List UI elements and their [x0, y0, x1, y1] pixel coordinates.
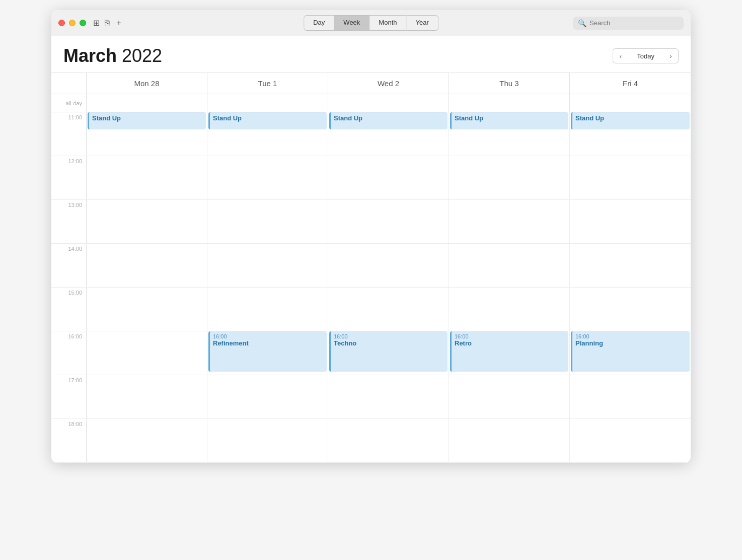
calendar-grid: Mon 28 Tue 1 Wed 2 Thu 3 Fri 4 all-day 1… — [51, 73, 691, 463]
time-cell-tue-15[interactable] — [207, 288, 328, 331]
view-week-button[interactable]: Week — [334, 15, 369, 30]
time-cell-mon-12[interactable] — [87, 156, 207, 199]
time-label-14: 14:00 — [51, 244, 87, 287]
allday-cell-wed[interactable] — [328, 94, 449, 112]
traffic-lights — [58, 20, 86, 26]
day-header-thu: Thu 3 — [449, 73, 570, 94]
day-header-wed: Wed 2 — [328, 73, 449, 94]
event-refinement-title: Refinement — [213, 339, 324, 347]
event-standup-mon[interactable]: Stand Up — [88, 112, 206, 129]
time-cell-thu-17[interactable] — [449, 375, 570, 418]
time-cell-fri-18[interactable] — [570, 419, 691, 462]
time-cell-tue-12[interactable] — [207, 156, 328, 199]
event-refinement-time: 16:00 — [213, 333, 324, 339]
time-cell-wed-12[interactable] — [328, 156, 449, 199]
time-cell-fri-17[interactable] — [570, 375, 691, 418]
time-cell-mon-11[interactable]: Stand Up — [87, 112, 207, 156]
time-cell-wed-15[interactable] — [328, 288, 449, 331]
allday-cell-tue[interactable] — [207, 94, 328, 112]
time-cell-tue-13[interactable] — [207, 200, 328, 243]
view-month-button[interactable]: Month — [369, 15, 406, 30]
event-planning[interactable]: 16:00 Planning — [571, 331, 690, 372]
event-standup-fri[interactable]: Stand Up — [571, 112, 690, 129]
time-cell-thu-11[interactable]: Stand Up — [449, 112, 570, 156]
event-retro[interactable]: 16:00 Retro — [450, 331, 568, 372]
time-row-12: 12:00 — [51, 156, 691, 200]
time-cell-wed-11[interactable]: Stand Up — [328, 112, 449, 156]
time-cell-mon-14[interactable] — [87, 244, 207, 287]
time-cell-thu-18[interactable] — [449, 419, 570, 462]
event-standup-wed[interactable]: Stand Up — [329, 112, 448, 129]
time-label-16: 16:00 — [51, 331, 87, 375]
month-header: March 2022 ‹ Today › — [51, 36, 691, 73]
prev-button[interactable]: ‹ — [613, 48, 628, 63]
time-row-11: 11:00 Stand Up Stand Up Stand Up — [51, 112, 691, 156]
inbox-icon[interactable]: ⎘ — [105, 19, 110, 28]
time-cell-mon-17[interactable] — [87, 375, 207, 418]
time-cell-fri-14[interactable] — [570, 244, 691, 287]
time-cell-thu-14[interactable] — [449, 244, 570, 287]
time-cell-fri-16[interactable]: 16:00 Planning — [570, 331, 691, 375]
allday-cell-thu[interactable] — [449, 94, 570, 112]
time-label-15: 15:00 — [51, 288, 87, 331]
time-cell-tue-11[interactable]: Stand Up — [207, 112, 328, 156]
time-label-13: 13:00 — [51, 200, 87, 243]
today-button[interactable]: Today — [628, 48, 663, 63]
event-refinement[interactable]: 16:00 Refinement — [208, 331, 327, 372]
time-cell-tue-14[interactable] — [207, 244, 328, 287]
time-cell-fri-13[interactable] — [570, 200, 691, 243]
time-cell-thu-13[interactable] — [449, 200, 570, 243]
time-cell-thu-16[interactable]: 16:00 Retro — [449, 331, 570, 375]
search-bar[interactable]: 🔍 — [573, 17, 684, 30]
time-cell-fri-11[interactable]: Stand Up — [570, 112, 691, 156]
close-button[interactable] — [58, 20, 65, 26]
nav-controls: ‹ Today › — [613, 48, 679, 63]
time-cell-fri-15[interactable] — [570, 288, 691, 331]
event-planning-title: Planning — [575, 339, 687, 347]
event-standup-fri-title: Stand Up — [575, 114, 687, 122]
toolbar-icons: ⊞ ⎘ ＋ — [93, 18, 123, 28]
search-input[interactable] — [589, 19, 679, 27]
day-header-tue: Tue 1 — [207, 73, 328, 94]
allday-cell-fri[interactable] — [570, 94, 691, 112]
calendar-window: ⊞ ⎘ ＋ Day Week Month Year 🔍 March 2022 ‹… — [51, 10, 691, 463]
time-cell-tue-17[interactable] — [207, 375, 328, 418]
time-label-11: 11:00 — [51, 112, 87, 156]
time-row-18: 18:00 — [51, 419, 691, 463]
event-standup-thu[interactable]: Stand Up — [450, 112, 568, 129]
time-cell-wed-14[interactable] — [328, 244, 449, 287]
grid-icon[interactable]: ⊞ — [93, 18, 100, 28]
maximize-button[interactable] — [80, 20, 86, 26]
time-cell-tue-18[interactable] — [207, 419, 328, 462]
time-row-14: 14:00 — [51, 244, 691, 288]
event-retro-time: 16:00 — [455, 333, 565, 339]
time-row-17: 17:00 — [51, 375, 691, 419]
day-header-mon: Mon 28 — [87, 73, 207, 94]
event-standup-tue[interactable]: Stand Up — [208, 112, 327, 129]
time-cell-mon-16[interactable] — [87, 331, 207, 375]
next-button[interactable]: › — [663, 48, 679, 63]
time-cell-mon-15[interactable] — [87, 288, 207, 331]
time-cell-mon-13[interactable] — [87, 200, 207, 243]
time-cell-wed-13[interactable] — [328, 200, 449, 243]
view-year-button[interactable]: Year — [406, 15, 438, 30]
time-label-12: 12:00 — [51, 156, 87, 199]
time-cell-wed-18[interactable] — [328, 419, 449, 462]
event-techno[interactable]: 16:00 Techno — [329, 331, 448, 372]
event-standup-mon-title: Stand Up — [92, 114, 203, 122]
minimize-button[interactable] — [69, 20, 76, 26]
time-cell-wed-17[interactable] — [328, 375, 449, 418]
allday-label: all-day — [51, 94, 87, 112]
time-cell-tue-16[interactable]: 16:00 Refinement — [207, 331, 328, 375]
allday-cell-mon[interactable] — [87, 94, 207, 112]
time-column-header — [51, 73, 87, 94]
time-cell-thu-15[interactable] — [449, 288, 570, 331]
time-cell-thu-12[interactable] — [449, 156, 570, 199]
event-standup-tue-title: Stand Up — [213, 114, 324, 122]
time-cell-wed-16[interactable]: 16:00 Techno — [328, 331, 449, 375]
time-cell-fri-12[interactable] — [570, 156, 691, 199]
add-event-icon[interactable]: ＋ — [115, 18, 123, 28]
time-row-16: 16:00 16:00 Refinement 16:00 Techno — [51, 331, 691, 375]
view-day-button[interactable]: Day — [304, 15, 334, 30]
time-cell-mon-18[interactable] — [87, 419, 207, 462]
